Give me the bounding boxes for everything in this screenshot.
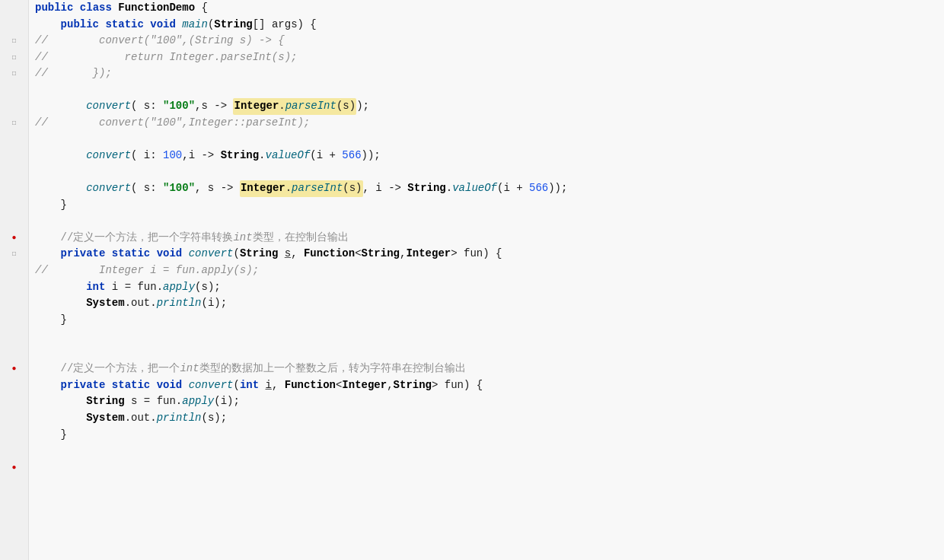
code-line-4: // return Integer.parseInt(s); — [35, 49, 944, 66]
gutter-29: ● — [0, 460, 28, 476]
code-line-26: System.out.println(s); — [35, 410, 944, 427]
code-line-13: } — [35, 197, 944, 214]
keyword-public: public — [35, 0, 73, 17]
gutter-19 — [0, 295, 28, 312]
gutter-5: ☐ — [0, 65, 28, 82]
code-line-7: convert( s: "100",s -> Integer.parseInt(… — [35, 98, 944, 115]
gutter-20 — [0, 312, 28, 329]
gutter-11 — [0, 164, 28, 181]
gutter-26 — [0, 410, 28, 427]
gutter-22 — [0, 345, 28, 361]
code-line-24: private static void convert(int i, Funct… — [35, 377, 944, 394]
gutter-1 — [0, 0, 28, 17]
code-line-9 — [35, 132, 944, 148]
code-line-18: int i = fun.apply(s); — [35, 279, 944, 296]
gutter-9 — [0, 132, 28, 148]
code-line-10: convert( i: 100,i -> String.valueOf(i + … — [35, 148, 944, 164]
code-line-12: convert( s: "100", s -> Integer.parseInt… — [35, 180, 944, 197]
gutter-32 — [0, 508, 28, 525]
code-line-1: public class FunctionDemo { — [35, 0, 944, 17]
code-line-16: private static void convert(String s, Fu… — [35, 246, 944, 262]
code-line-19: System.out.println(i); — [35, 295, 944, 312]
gutter-2 — [0, 17, 28, 33]
gutter-6 — [0, 82, 28, 99]
code-line-21 — [35, 328, 944, 345]
code-editor: ☐ ☐ ☐ ☐ ● ☐ ● ● public class — [0, 0, 944, 560]
gutter-30 — [0, 476, 28, 492]
code-line-3: // convert("100",(String s) -> { — [35, 33, 944, 49]
code-line-25: String s = fun.apply(i); — [35, 394, 944, 411]
gutter-13 — [0, 197, 28, 214]
gutter-28 — [0, 443, 28, 460]
gutter-14 — [0, 213, 28, 230]
gutter-33 — [0, 525, 28, 542]
code-line-23: //定义一个方法，把一个int类型的数据加上一个整数之后，转为字符串在控制台输出 — [35, 361, 944, 377]
gutter-10 — [0, 148, 28, 164]
gutter-27 — [0, 427, 28, 444]
code-line-6 — [35, 82, 944, 99]
gutter-17 — [0, 262, 28, 279]
gutter-16: ☐ — [0, 246, 28, 262]
gutter-23: ● — [0, 361, 28, 377]
gutter-4: ☐ — [0, 49, 28, 66]
highlight-parseInt-1: Integer.parseInt(s) — [233, 98, 356, 115]
gutter-25 — [0, 394, 28, 411]
code-line-20: } — [35, 312, 944, 329]
code-content[interactable]: public class FunctionDemo { public stati… — [29, 0, 944, 560]
code-line-14 — [35, 213, 944, 230]
code-line-17: // Integer i = fun.apply(s); — [35, 262, 944, 279]
code-line-15: //定义一个方法，把一个字符串转换int类型，在控制台输出 — [35, 230, 944, 247]
code-line-11 — [35, 164, 944, 181]
code-line-8: // convert("100",Integer::parseInt); — [35, 115, 944, 132]
gutter-7 — [0, 98, 28, 115]
gutter-8: ☐ — [0, 115, 28, 132]
code-line-2: public static void main(String[] args) { — [35, 17, 944, 33]
gutter-21 — [0, 328, 28, 345]
code-line-22 — [35, 345, 944, 361]
code-line-5: // }); — [35, 65, 944, 82]
class-name: FunctionDemo — [118, 0, 195, 17]
code-line-27: } — [35, 427, 944, 444]
keyword-class: class — [80, 0, 112, 17]
gutter-24 — [0, 377, 28, 394]
line-gutter: ☐ ☐ ☐ ☐ ● ☐ ● ● — [0, 0, 29, 560]
gutter-18 — [0, 279, 28, 296]
gutter-31 — [0, 492, 28, 509]
gutter-15: ● — [0, 230, 28, 247]
gutter-3: ☐ — [0, 33, 28, 49]
highlight-parseInt-2: Integer.parseInt(s) — [240, 180, 363, 197]
gutter-12 — [0, 180, 28, 197]
gutter-34 — [0, 542, 28, 558]
